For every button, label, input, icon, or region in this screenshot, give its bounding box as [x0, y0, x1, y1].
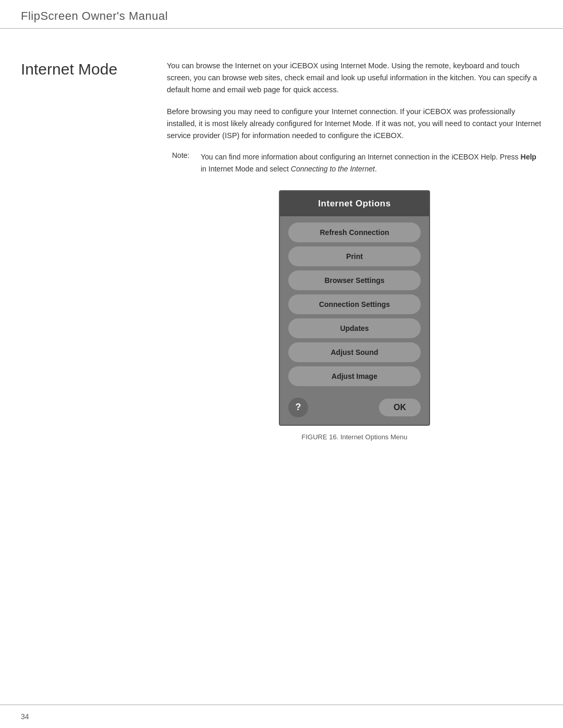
- section-title-column: Internet Mode: [21, 60, 167, 452]
- manual-title: FlipScreen Owner's Manual: [21, 9, 168, 22]
- note-italic-text: Connecting to the Internet: [291, 165, 375, 173]
- menu-item-refresh-connection-label: Refresh Connection: [320, 228, 389, 237]
- body-paragraph-1: You can browse the Internet on your iCEB…: [167, 60, 542, 96]
- menu-item-updates[interactable]: Updates: [288, 318, 421, 338]
- menu-item-adjust-sound[interactable]: Adjust Sound: [288, 342, 421, 362]
- note-text-after-bold: in Internet Mode and select: [201, 165, 291, 173]
- note-text-before-bold: You can find more information about conf…: [201, 153, 521, 161]
- menu-item-connection-settings[interactable]: Connection Settings: [288, 294, 421, 314]
- menu-item-adjust-image-label: Adjust Image: [332, 372, 377, 380]
- note-label: Note:: [172, 151, 201, 175]
- note-text: You can find more information about conf…: [201, 151, 542, 175]
- menu-items-area: Refresh Connection Print Browser Setting…: [280, 216, 429, 392]
- help-button[interactable]: ?: [288, 398, 308, 417]
- menu-item-refresh-connection[interactable]: Refresh Connection: [288, 223, 421, 242]
- menu-item-print[interactable]: Print: [288, 246, 421, 266]
- page-header: FlipScreen Owner's Manual: [0, 0, 563, 29]
- note-block: Note: You can find more information abou…: [167, 151, 542, 175]
- page-footer: 34: [0, 705, 563, 728]
- menu-item-browser-settings-label: Browser Settings: [324, 276, 384, 285]
- section-title: Internet Mode: [21, 60, 156, 79]
- note-bold-word: Help: [521, 153, 536, 161]
- menu-item-print-label: Print: [346, 252, 363, 261]
- menu-item-adjust-sound-label: Adjust Sound: [331, 348, 378, 356]
- internet-options-menu: Internet Options Refresh Connection Prin…: [279, 190, 430, 426]
- menu-item-adjust-image[interactable]: Adjust Image: [288, 366, 421, 386]
- text-content-column: You can browse the Internet on your iCEB…: [167, 60, 542, 452]
- ok-button-label: OK: [394, 403, 406, 412]
- figure-caption-text: FIGURE 16. Internet Options Menu: [301, 433, 407, 441]
- menu-item-updates-label: Updates: [340, 324, 369, 332]
- menu-header: Internet Options: [280, 191, 429, 216]
- menu-item-connection-settings-label: Connection Settings: [319, 300, 390, 309]
- menu-footer: ? OK: [280, 392, 429, 425]
- menu-title: Internet Options: [318, 199, 390, 208]
- figure-caption: FIGURE 16. Internet Options Menu: [167, 432, 542, 441]
- note-text-end: .: [375, 165, 377, 173]
- menu-item-browser-settings[interactable]: Browser Settings: [288, 270, 421, 290]
- help-button-label: ?: [296, 402, 301, 413]
- main-content: Internet Mode You can browse the Interne…: [0, 29, 563, 473]
- ok-button[interactable]: OK: [379, 399, 421, 416]
- body-paragraph-2: Before browsing you may need to configur…: [167, 106, 542, 142]
- page-number: 34: [21, 712, 29, 721]
